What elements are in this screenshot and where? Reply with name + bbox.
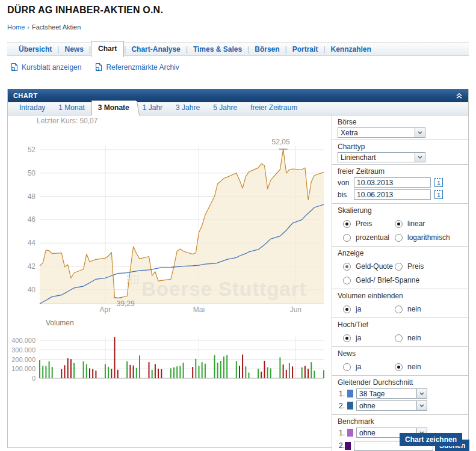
tab-times-sales[interactable]: Times & Sales xyxy=(188,43,247,56)
radio-label: nein xyxy=(407,334,421,342)
news-radio-group: janein xyxy=(343,363,463,371)
last-price-value: 50,07 xyxy=(79,117,97,125)
breadcrumb: Home›Factsheet Aktien xyxy=(7,23,81,31)
skalierung-label: Skalierung xyxy=(338,206,463,215)
radio-label: prozentual xyxy=(356,233,389,242)
radio-option[interactable]: ja xyxy=(343,305,395,313)
gleitender-select-2-value: ohne xyxy=(357,401,416,410)
radio-unselected[interactable] xyxy=(343,363,351,371)
radio-selected[interactable] xyxy=(395,363,403,371)
skalierung-radio-group: Preislinearprozentuallogarithmisch xyxy=(343,219,463,242)
calendar-icon[interactable]: 1 xyxy=(434,178,443,187)
radio-option[interactable]: Preis xyxy=(343,219,395,228)
chevron-down-icon[interactable] xyxy=(416,389,427,398)
gleitender-row: 2.ohne xyxy=(339,400,463,411)
radio-unselected[interactable] xyxy=(343,277,351,284)
hochtief-radio-group: janein xyxy=(343,334,463,342)
chart-panel: CHART Intraday1 Monat3 Monate1 Jahr3 Jah… xyxy=(7,89,469,448)
von-date-input[interactable] xyxy=(354,177,431,188)
price-volume-chart: 52504846444240Boerse StuttgartAprMaiJun5… xyxy=(9,115,333,398)
radio-option[interactable]: Preis xyxy=(395,262,463,271)
news-label: News xyxy=(338,349,463,358)
radio-option[interactable]: ja xyxy=(343,334,395,342)
radio-selected[interactable] xyxy=(395,220,403,228)
radio-selected[interactable] xyxy=(343,305,351,313)
tab-chart-analyse[interactable]: Chart-Analyse xyxy=(126,43,185,56)
volumen-label: Volumen einblenden xyxy=(338,292,463,300)
chevron-down-icon[interactable] xyxy=(415,153,425,162)
tab-b-rsen[interactable]: Börsen xyxy=(249,43,285,56)
tab-news[interactable]: News xyxy=(59,43,88,56)
color-swatch xyxy=(345,442,351,450)
collapse-panel-icon[interactable] xyxy=(456,93,463,99)
chart-zeichnen-button[interactable]: Chart zeichnen xyxy=(400,433,462,446)
calendar-icon[interactable]: 1 xyxy=(434,190,443,199)
range-tab-5-jahre[interactable]: 5 Jahre xyxy=(206,101,244,115)
factsheet-page: DÜRR AG INHABER-AKTIEN O.N. Home›Factshe… xyxy=(0,0,476,451)
svg-text:0: 0 xyxy=(32,375,36,382)
kursblatt-link-label: Kursblatt anzeigen xyxy=(22,63,81,72)
color-swatch xyxy=(347,390,353,397)
radio-unselected[interactable] xyxy=(343,234,351,242)
radio-option[interactable]: Geld-Quote xyxy=(343,262,395,271)
bis-date-input[interactable] xyxy=(354,189,431,200)
svg-text:100.000: 100.000 xyxy=(11,365,36,372)
radio-option[interactable]: nein xyxy=(395,334,463,342)
radio-selected[interactable] xyxy=(343,220,351,228)
radio-unselected[interactable] xyxy=(395,334,403,342)
radio-selected[interactable] xyxy=(343,334,351,342)
radio-option[interactable]: ja xyxy=(343,363,395,371)
tab--bersicht[interactable]: Übersicht xyxy=(13,43,57,56)
radio-option[interactable]: nein xyxy=(395,363,463,371)
radio-option[interactable]: Geld-/ Brief-Spanne xyxy=(343,276,463,284)
referenzmaerkte-link[interactable]: Referenzmärkte Archiv xyxy=(94,63,179,72)
radio-label: nein xyxy=(407,305,421,313)
svg-text:300.000: 300.000 xyxy=(11,346,36,354)
breadcrumb-separator: › xyxy=(27,23,29,31)
radio-option[interactable]: prozentual xyxy=(343,233,395,242)
radio-unselected[interactable] xyxy=(395,305,403,313)
radio-label: linear xyxy=(407,219,425,228)
boerse-label: Börse xyxy=(338,118,463,126)
radio-unselected[interactable] xyxy=(395,263,403,271)
action-links: Kursblatt anzeigen Referenzmärkte Archiv xyxy=(10,63,179,72)
time-range-tab-bar: Intraday1 Monat3 Monate1 Jahr3 Jahre5 Ja… xyxy=(8,102,468,115)
boerse-select[interactable]: Xetra xyxy=(338,127,425,138)
radio-option[interactable]: linear xyxy=(395,219,463,228)
charttyp-label: Charttyp xyxy=(338,143,463,151)
svg-text:Jun: Jun xyxy=(290,305,301,314)
range-tab-1-monat[interactable]: 1 Monat xyxy=(52,101,91,115)
breadcrumb-home-link[interactable]: Home xyxy=(7,23,25,31)
page-title: DÜRR AG INHABER-AKTIEN O.N. xyxy=(7,5,163,16)
gleitender-select-1[interactable]: 38 Tage xyxy=(356,388,427,399)
tab-kennzahlen[interactable]: Kennzahlen xyxy=(326,43,377,56)
boerse-select-value: Xetra xyxy=(338,128,415,137)
tab-portrait[interactable]: Portrait xyxy=(287,43,324,56)
document-search-icon xyxy=(10,63,19,72)
benchmark-label: Benchmark xyxy=(338,417,463,426)
gleitender-select-1-value: 38 Tage xyxy=(357,389,416,398)
chevron-down-icon[interactable] xyxy=(416,401,427,410)
last-price-label: Letzter Kurs: 50,07 xyxy=(37,117,97,125)
zeitraum-label: freier Zeitraum xyxy=(338,167,463,176)
range-tab-3-monate[interactable]: 3 Monate xyxy=(91,100,136,115)
chevron-down-icon[interactable] xyxy=(415,128,425,137)
anzeige-label: Anzeige xyxy=(338,249,463,257)
radio-selected[interactable] xyxy=(343,263,351,271)
form-section-news: News janein xyxy=(332,347,468,376)
range-tab-freier-zeitraum[interactable]: freier Zeitraum xyxy=(244,101,304,115)
range-tab-3-jahre[interactable]: 3 Jahre xyxy=(169,101,206,115)
charttyp-select[interactable]: Linienchart xyxy=(338,152,425,162)
radio-unselected[interactable] xyxy=(395,234,403,242)
radio-label: Geld-/ Brief-Spanne xyxy=(356,276,419,284)
form-section-anzeige: Anzeige Geld-QuotePreisGeld-/ Brief-Span… xyxy=(332,247,468,289)
tab-chart[interactable]: Chart xyxy=(91,41,124,57)
kursblatt-link[interactable]: Kursblatt anzeigen xyxy=(10,63,81,72)
bis-label: bis xyxy=(338,191,354,199)
range-tab-intraday[interactable]: Intraday xyxy=(13,101,52,115)
radio-label: ja xyxy=(356,363,361,371)
gleitender-select-2[interactable]: ohne xyxy=(356,400,427,411)
range-tab-1-jahr[interactable]: 1 Jahr xyxy=(136,101,169,115)
radio-option[interactable]: logarithmisch xyxy=(395,233,463,242)
radio-option[interactable]: nein xyxy=(395,305,463,313)
